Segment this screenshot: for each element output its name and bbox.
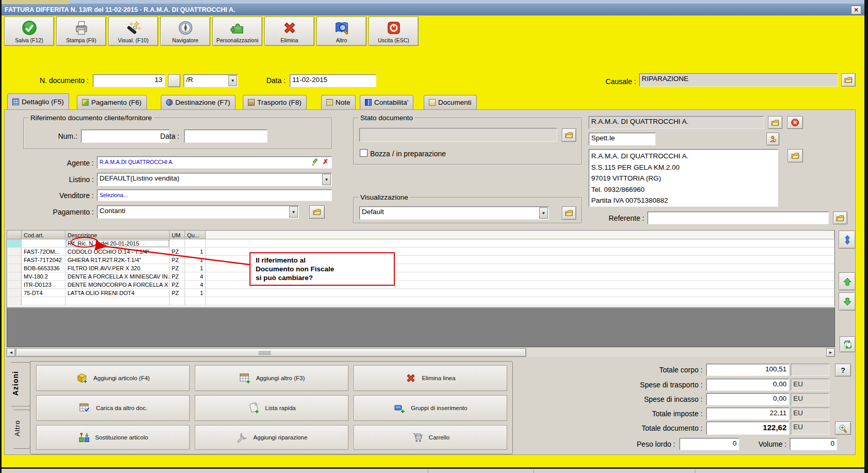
sostituzione-articolo-button[interactable]: Sostituzione articolo (36, 425, 190, 450)
altro-button[interactable]: Altro (316, 17, 366, 46)
zoom-totals-button[interactable] (835, 421, 851, 435)
elimina-button[interactable]: Elimina (264, 17, 314, 46)
spese-trasporto-label: Spese di trasporto : (593, 381, 703, 389)
aggiungi-articolo-button[interactable]: Aggiungi articolo (F4) (36, 365, 190, 391)
tab-documenti[interactable]: Documenti (424, 95, 477, 109)
stampa-button[interactable]: Stampa (F9) (56, 17, 106, 46)
table-row-empty[interactable] (8, 297, 834, 305)
data-documento-input[interactable]: 11-02-2015 (290, 74, 376, 87)
horizontal-scrollbar[interactable]: ◄ ► (7, 348, 835, 357)
note-icon (326, 99, 333, 106)
totale-documento-label: Totale documento : (593, 424, 703, 432)
aggiungi-riparazione-button[interactable]: Aggiungi riparazione (195, 425, 348, 450)
tab-altro[interactable]: Altro (13, 410, 30, 449)
table-row[interactable]: ITR-D0123DENTE MONOCORPO A FORCELLA X ..… (8, 281, 834, 289)
serie-dropdown[interactable]: /R▼ (183, 74, 238, 87)
tab-azioni[interactable]: Azioni (11, 362, 30, 406)
agente-field[interactable]: R.A.M.A.DI QUATTROCCHI A. ✗ (97, 156, 332, 169)
salva-button[interactable]: Salva (F12) (4, 17, 54, 46)
move-up-button[interactable] (839, 272, 856, 290)
cliente-remove-button[interactable] (787, 116, 803, 129)
visualizzazione-folder-button[interactable] (562, 206, 576, 220)
box-plus-icon (76, 372, 88, 384)
move-row-button[interactable] (839, 231, 856, 249)
row-selector-cell[interactable] (8, 239, 22, 248)
venditore-field[interactable]: Seleziona... (97, 189, 332, 201)
spese-incasso-label: Spese di incasso : (593, 395, 703, 403)
row-selector-cell[interactable] (8, 289, 22, 297)
codart-column-header[interactable]: Cod.art. (22, 231, 65, 239)
uscita-button[interactable]: Uscita (ESC) (369, 17, 419, 46)
intestazione-input[interactable]: Spett.le (589, 133, 656, 145)
window-title: FATTURA DIFFERITA N. 13/R del 11-02-2015… (5, 6, 851, 13)
tab-trasporto[interactable]: Trasporto (F8) (243, 95, 307, 109)
carrello-button[interactable]: Carrello (354, 425, 507, 450)
close-button[interactable]: ✕ (851, 6, 861, 14)
listino-dropdown[interactable]: DEFAULT(Listino vendita)▼ (97, 173, 332, 186)
stato-folder-button[interactable] (562, 128, 576, 142)
help-button[interactable]: ? (835, 364, 851, 377)
rif-data-input[interactable] (184, 129, 268, 143)
window-left-edge (0, 0, 2, 473)
row-selector-cell[interactable] (8, 264, 22, 272)
row-selector-cell[interactable] (8, 272, 22, 281)
agente-label: Agente : (31, 159, 94, 167)
tab-pagamento[interactable]: Pagamento (F6) (77, 95, 147, 109)
chevron-down-icon[interactable]: ▼ (289, 206, 298, 218)
lista-rapida-button[interactable]: Lista rapida (195, 395, 348, 421)
move-down-button[interactable] (839, 292, 856, 311)
n-documento-input[interactable]: 13 (93, 74, 165, 87)
pencil-icon[interactable] (311, 158, 319, 166)
data-label: Data : (247, 76, 286, 85)
bozza-checkbox[interactable] (360, 149, 368, 157)
green-up-arrow-icon (843, 277, 852, 286)
tab-destinazione[interactable]: Destinazione (F7) (161, 95, 236, 109)
title-bar: FATTURA DIFFERITA N. 13/R del 11-02-2015… (2, 4, 864, 15)
pagamento-folder-button[interactable] (309, 205, 325, 219)
visualizzazione-dropdown[interactable]: Default▼ (359, 206, 549, 220)
indirizzo-folder-button[interactable] (788, 149, 803, 162)
tab-dettaglio[interactable]: Dettaglio (F5) (7, 93, 69, 109)
books-icon (365, 99, 372, 106)
referente-input[interactable] (647, 211, 829, 224)
row-selector-cell[interactable] (8, 281, 22, 289)
row-selector-cell[interactable] (8, 256, 22, 264)
carica-da-altro-doc-button[interactable]: Carica da altro doc. (36, 395, 190, 421)
table-row[interactable]: 75-DT4LATTA OLIO FRENI DOT4PZ1 (8, 289, 834, 297)
chevron-down-icon[interactable]: ▼ (539, 207, 548, 219)
group-plus-icon (393, 402, 406, 414)
cliente-folder-button[interactable] (768, 116, 782, 129)
selector-column-header[interactable] (8, 231, 22, 239)
refresh-button[interactable] (840, 336, 856, 352)
scrollbar-thumb[interactable] (16, 348, 526, 357)
wrench-icon (236, 431, 248, 444)
causale-folder-button[interactable] (841, 73, 856, 87)
power-icon (387, 20, 401, 36)
tab-note[interactable]: Note (321, 95, 356, 109)
visualizza-button[interactable]: Visual. (F10) (108, 17, 158, 46)
n-documento-lookup-button[interactable] (168, 74, 180, 87)
tab-contabilita[interactable]: Contabilita' (360, 95, 413, 109)
row-selector-cell[interactable] (8, 248, 22, 256)
aggiungi-altro-button[interactable]: Aggiungi altro (F3) (195, 365, 348, 391)
peso-lordo-input[interactable]: 0 (679, 438, 739, 450)
spese-incasso-field[interactable]: 0,00 (706, 393, 789, 405)
chevron-down-icon[interactable]: ▼ (228, 75, 237, 86)
scroll-left-arrow[interactable]: ◄ (7, 348, 15, 357)
grip-dots-icon (259, 351, 271, 355)
listino-label: Listino : (31, 175, 94, 184)
scroll-right-arrow[interactable]: ► (826, 348, 835, 357)
navigatore-button[interactable]: Navigatore (160, 17, 210, 46)
clear-x-icon[interactable]: ✗ (323, 158, 328, 166)
check-circle-icon (22, 20, 37, 36)
referente-folder-button[interactable] (833, 211, 847, 224)
personalizzazioni-button[interactable]: Personalizzazioni (212, 17, 262, 46)
referente-person-button[interactable] (766, 133, 779, 145)
gruppi-di-inserimento-button[interactable]: Gruppi di inserimento (354, 395, 507, 421)
volume-input[interactable]: 0 (790, 438, 837, 450)
pagamento-dropdown[interactable]: Contanti▼ (97, 205, 299, 219)
spese-trasporto-field[interactable]: 0,00 (706, 379, 789, 391)
pen-icon (82, 99, 89, 106)
chevron-down-icon[interactable]: ▼ (322, 174, 331, 185)
elimina-linea-button[interactable]: Elimina linea (354, 365, 507, 391)
